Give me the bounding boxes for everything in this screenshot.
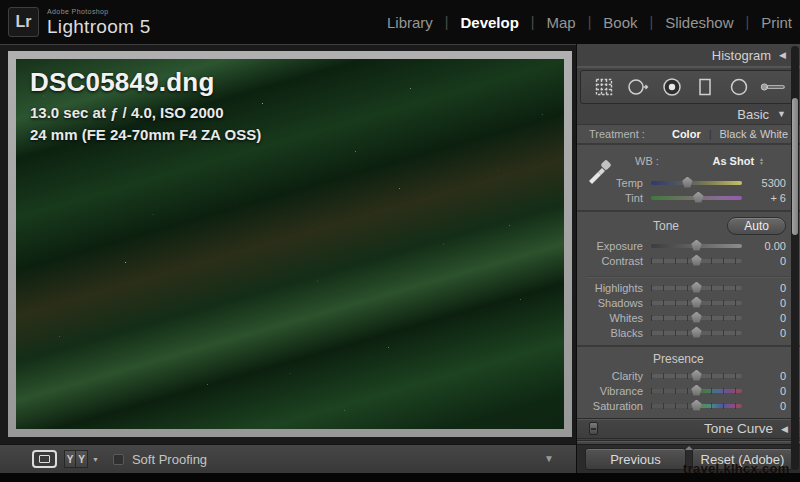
brand-name-text: Lightroom 5 [47,17,151,36]
lightroom-window: Lr Adobe Photoshop Lightroom 5 Library |… [0,0,800,482]
adjustment-brush-tool[interactable] [760,74,786,100]
shadows-slider-thumb[interactable] [691,297,703,308]
bottom-edge [0,473,800,482]
graduated-filter-tool[interactable] [692,74,718,100]
photo-info-overlay: DSC05849.dng 13.0 sec at ƒ / 4.0, ISO 20… [30,67,261,146]
auto-tone-button[interactable]: Auto [727,217,786,235]
contrast-slider-thumb[interactable] [691,255,703,266]
expanded-arrow-icon: ▼ [777,109,786,119]
toolbar-options-arrow-icon[interactable]: ▼ [544,453,554,464]
wb-preset-select[interactable]: As Shot [712,155,754,167]
spot-removal-tool[interactable] [625,74,651,100]
shadows-slider[interactable] [651,301,742,305]
clarity-slider-thumb[interactable] [691,370,703,381]
lightroom-logo: Lr [8,7,39,37]
panel-scrollbar[interactable] [791,46,799,470]
whites-label: Whites [585,312,643,324]
whites-slider-row: Whites 0 [577,310,800,325]
before-after-right-button[interactable]: Y [76,450,88,468]
module-book[interactable]: Book [601,10,639,35]
highlights-slider[interactable] [651,286,742,290]
spot-removal-icon [627,78,649,96]
tone-divider [587,271,790,277]
shadows-label: Shadows [585,297,643,309]
exposure-slider[interactable] [651,244,742,248]
red-eye-tool[interactable] [659,74,685,100]
red-eye-icon [662,77,682,97]
shadows-value: 0 [748,297,786,309]
module-develop[interactable]: Develop [458,10,520,35]
module-slideshow[interactable]: Slideshow [663,10,735,35]
white-balance-block: WB : As Shot ▲▼ Temp 5300 Tint [577,145,800,212]
clarity-slider[interactable] [651,374,742,378]
crop-overlay-tool[interactable] [591,74,617,100]
treatment-bw-option[interactable]: Black & White [720,128,788,140]
saturation-slider-row: Saturation 0 [577,398,800,413]
wb-spinner-icon[interactable]: ▲▼ [759,157,764,165]
temp-slider[interactable] [651,181,742,185]
wb-label: WB : [635,155,659,167]
contrast-value: 0 [748,255,786,267]
main-area: DSC05849.dng 13.0 sec at ƒ / 4.0, ISO 20… [0,44,576,473]
aurora-photo[interactable]: DSC05849.dng 13.0 sec at ƒ / 4.0, ISO 20… [16,59,564,429]
treatment-label: Treatment : [589,128,645,140]
soft-proofing-checkbox[interactable] [113,454,124,465]
vibrance-slider-thumb[interactable] [691,385,703,396]
treatment-color-option[interactable]: Color [672,128,701,140]
module-separator: | [746,14,750,30]
blacks-slider-thumb[interactable] [691,327,703,338]
soft-proofing-label: Soft Proofing [132,452,207,467]
previous-button[interactable]: Previous [585,448,686,470]
watermark-text: travel.klhcx.com [683,461,790,476]
wb-eyedropper-icon[interactable] [585,155,615,185]
highlights-slider-thumb[interactable] [691,282,703,293]
clarity-value: 0 [748,370,786,382]
scrollbar-thumb[interactable] [792,98,798,235]
before-after-dropdown-icon[interactable]: ▼ [92,456,99,463]
temp-slider-thumb[interactable] [681,177,693,188]
module-map[interactable]: Map [544,10,577,35]
blacks-slider[interactable] [651,331,742,335]
module-separator: | [531,14,535,30]
highlights-value: 0 [748,282,786,294]
vibrance-slider[interactable] [651,389,742,393]
histogram-panel-header[interactable]: Histogram ◀ [577,44,800,68]
tone-curve-toggle-icon[interactable] [589,422,598,435]
saturation-slider[interactable] [651,404,742,408]
vibrance-slider-row: Vibrance 0 [577,383,800,398]
whites-value: 0 [748,312,786,324]
saturation-label: Saturation [585,400,643,412]
contrast-slider[interactable] [651,259,742,263]
blacks-label: Blacks [585,327,643,339]
exposure-slider-thumb[interactable] [691,240,703,251]
blacks-value: 0 [748,327,786,339]
contrast-slider-row: Contrast 0 [577,253,800,268]
histogram-title: Histogram [712,48,771,63]
tone-curve-panel-header[interactable]: Tone Curve ◀ [577,418,800,439]
collapse-arrow-icon: ◀ [781,424,788,434]
top-bar: Lr Adobe Photoshop Lightroom 5 Library |… [0,0,800,44]
basic-panel-header[interactable]: Basic ▼ [577,104,800,124]
highlights-label: Highlights [585,282,643,294]
tint-slider[interactable] [651,196,742,200]
whites-slider-thumb[interactable] [691,312,703,323]
before-after-left-button[interactable]: Y [64,450,76,468]
module-separator: | [445,14,449,30]
module-library[interactable]: Library [385,10,435,35]
presence-block: Presence Clarity 0 Vibrance 0 Saturation [577,347,800,418]
radial-filter-tool[interactable] [726,74,752,100]
basic-title: Basic [737,107,769,122]
collapse-arrow-icon: ◀ [779,50,786,60]
whites-slider[interactable] [651,316,742,320]
exposure-value: 0.00 [748,240,786,252]
saturation-slider-thumb[interactable] [691,400,703,411]
crop-grid-icon [595,78,613,96]
module-picker: Library | Develop | Map | Book | Slidesh… [385,10,794,35]
module-print[interactable]: Print [759,10,794,35]
right-panel: Histogram ◀ [576,44,800,473]
module-separator: | [588,14,592,30]
tone-block: Tone Auto Exposure 0.00 Contrast 0 [577,212,800,347]
clarity-label: Clarity [585,370,643,382]
tint-slider-thumb[interactable] [692,192,704,203]
loupe-view-button[interactable] [32,450,57,468]
